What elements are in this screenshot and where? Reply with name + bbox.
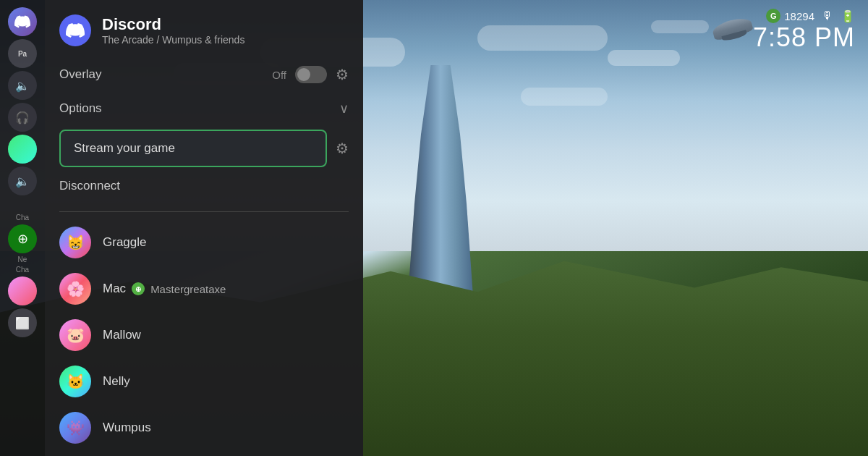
- disconnect-row: Disconnect: [45, 172, 363, 204]
- discord-panel: Discord The Arcade / Wumpus & friends Ov…: [45, 0, 363, 456]
- overlay-label: Overlay: [59, 67, 102, 82]
- sidebar-discord-icon[interactable]: [8, 7, 37, 36]
- toggle-knob: [297, 68, 310, 81]
- panel-divider: [59, 211, 349, 212]
- options-label: Options: [59, 101, 102, 116]
- member-name-mallow: Mallow: [103, 328, 141, 342]
- member-avatar-mallow: 🐷: [59, 319, 91, 351]
- microphone-icon: 🎙: [822, 9, 833, 22]
- member-avatar-wumpus: 👾: [59, 412, 91, 444]
- overlay-gear-icon[interactable]: ⚙: [336, 66, 349, 83]
- sidebar-label-ne: Ne: [18, 256, 27, 263]
- xbox-gamertag-mac: Mastergreataxe: [150, 283, 226, 295]
- battery-icon: 🔋: [841, 9, 855, 23]
- sidebar-avatar-2[interactable]: [8, 135, 37, 164]
- member-avatar-nelly: 🐱: [59, 366, 91, 397]
- member-item-graggle[interactable]: 😸 Graggle: [59, 219, 349, 266]
- overlay-controls: Off ⚙: [272, 66, 349, 83]
- members-list: 😸 Graggle 🌸 Mac ⊕ Mastergreataxe 🐷 Mallo…: [45, 219, 363, 456]
- member-item-wumpus[interactable]: 👾 Wumpus: [59, 405, 349, 451]
- xbox-icon-mac: ⊕: [132, 282, 145, 295]
- member-item-nelly[interactable]: 🐱 Nelly: [59, 358, 349, 405]
- overlay-toggle[interactable]: [295, 66, 327, 83]
- panel-title-group: Discord The Arcade / Wumpus & friends: [102, 15, 244, 46]
- sidebar-label-cha: Cha: [16, 214, 29, 221]
- member-name-nelly: Nelly: [103, 374, 130, 389]
- gamerscore-display: G 18294: [766, 9, 814, 23]
- stream-game-button[interactable]: Stream your game: [59, 130, 327, 167]
- disconnect-button[interactable]: Disconnect: [59, 179, 120, 193]
- member-name-wumpus: Wumpus: [103, 421, 151, 435]
- sidebar-top-section: Pa 🔈 🎧 🔈: [0, 7, 45, 195]
- overlay-row: Overlay Off ⚙: [45, 57, 363, 92]
- member-avatar-graggle: 😸: [59, 227, 91, 258]
- gamerscore-icon: G: [766, 9, 780, 23]
- discord-app-name: Discord: [102, 15, 244, 34]
- sidebar-avatar-5[interactable]: ⬜: [8, 308, 37, 337]
- hud-overlay: G 18294 🎙 🔋 7:58 PM: [753, 9, 855, 51]
- member-avatar-mac: 🌸: [59, 273, 91, 305]
- sidebar-audio-icon[interactable]: 🔈: [8, 71, 37, 100]
- sidebar-bottom-section: Cha ⊕ Ne Cha ⬜: [0, 214, 45, 337]
- stream-button-row: Stream your game ⚙: [45, 125, 363, 172]
- clock-display: 7:58 PM: [753, 25, 855, 51]
- sidebar-avatar-1[interactable]: Pa: [8, 39, 37, 68]
- sidebar-label-cha2: Cha: [16, 266, 29, 274]
- member-name-graggle: Graggle: [103, 235, 146, 250]
- sidebar-avatar-4[interactable]: [8, 276, 37, 305]
- stream-gear-icon[interactable]: ⚙: [336, 140, 349, 157]
- gamerscore-value: 18294: [784, 10, 814, 22]
- chevron-down-icon[interactable]: ∨: [339, 101, 349, 117]
- sidebar-xbox-icon[interactable]: ⊕: [8, 224, 37, 253]
- overlay-status-text: Off: [272, 69, 286, 81]
- discord-logo: [59, 14, 91, 46]
- member-item-mac[interactable]: 🌸 Mac ⊕ Mastergreataxe: [59, 266, 349, 312]
- panel-header: Discord The Arcade / Wumpus & friends: [45, 0, 363, 57]
- sidebar-headset-icon[interactable]: 🎧: [8, 103, 37, 132]
- member-name-mac: Mac ⊕ Mastergreataxe: [103, 282, 226, 296]
- sidebar-avatar-3[interactable]: 🔈: [8, 166, 37, 195]
- options-row: Options ∨: [45, 92, 363, 125]
- discord-channel: The Arcade / Wumpus & friends: [102, 34, 244, 46]
- member-item-mallow[interactable]: 🐷 Mallow: [59, 312, 349, 358]
- left-sidebar: Pa 🔈 🎧 🔈 Cha ⊕ Ne Cha ⬜: [0, 0, 45, 456]
